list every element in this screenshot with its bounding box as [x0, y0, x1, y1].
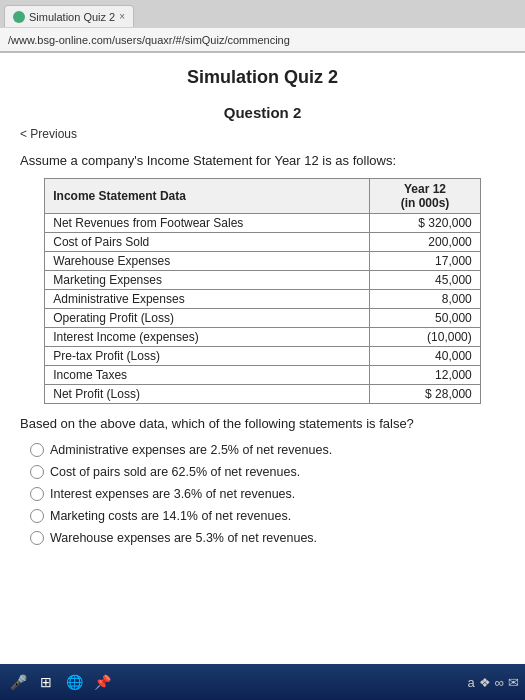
radio-button[interactable] [30, 531, 44, 545]
prev-link[interactable]: < Previous [20, 127, 505, 141]
row-value: 17,000 [370, 252, 480, 271]
answer-option[interactable]: Warehouse expenses are 5.3% of net reven… [30, 531, 505, 545]
row-value: 200,000 [370, 233, 480, 252]
row-label: Warehouse Expenses [45, 252, 370, 271]
table-row: Net Revenues from Footwear Sales$ 320,00… [45, 214, 481, 233]
answer-option[interactable]: Cost of pairs sold are 62.5% of net reve… [30, 465, 505, 479]
row-label: Operating Profit (Loss) [45, 309, 370, 328]
taskbar-start-icon[interactable]: ⊞ [34, 670, 58, 694]
radio-button[interactable] [30, 443, 44, 457]
col-header-label: Income Statement Data [45, 179, 370, 214]
tab-favicon [13, 11, 25, 23]
row-label: Cost of Pairs Sold [45, 233, 370, 252]
tab-bar: Simulation Quiz 2 × [0, 0, 525, 28]
option-label: Warehouse expenses are 5.3% of net reven… [50, 531, 317, 545]
table-row: Net Profit (Loss)$ 28,000 [45, 385, 481, 404]
question-text: Assume a company's Income Statement for … [20, 153, 505, 168]
answer-option[interactable]: Administrative expenses are 2.5% of net … [30, 443, 505, 457]
radio-button[interactable] [30, 509, 44, 523]
row-value: 8,000 [370, 290, 480, 309]
row-value: 45,000 [370, 271, 480, 290]
tray-mail-icon: ✉ [508, 675, 519, 690]
row-label: Pre-tax Profit (Loss) [45, 347, 370, 366]
income-statement-table: Income Statement Data Year 12(in 000s) N… [44, 178, 481, 404]
table-row: Cost of Pairs Sold200,000 [45, 233, 481, 252]
taskbar: 🎤 ⊞ 🌐 📌 a ❖ ∞ ✉ [0, 664, 525, 700]
taskbar-pin-icon[interactable]: 📌 [90, 670, 114, 694]
col-header-value: Year 12(in 000s) [370, 179, 480, 214]
row-value: $ 28,000 [370, 385, 480, 404]
row-label: Administrative Expenses [45, 290, 370, 309]
tray-a-icon: a [467, 675, 474, 690]
answer-options: Administrative expenses are 2.5% of net … [30, 443, 505, 545]
address-bar[interactable]: /www.bsg-online.com/users/quaxr/#/simQui… [0, 28, 525, 52]
below-table-text: Based on the above data, which of the fo… [20, 416, 505, 431]
table-row: Income Taxes12,000 [45, 366, 481, 385]
taskbar-browser-icon[interactable]: 🌐 [62, 670, 86, 694]
tray-infinity-icon: ∞ [495, 675, 504, 690]
row-value: 40,000 [370, 347, 480, 366]
table-row: Warehouse Expenses17,000 [45, 252, 481, 271]
question-number: Question 2 [20, 104, 505, 121]
row-value: 12,000 [370, 366, 480, 385]
tab-label: Simulation Quiz 2 [29, 11, 115, 23]
table-row: Operating Profit (Loss)50,000 [45, 309, 481, 328]
system-tray: a ❖ ∞ ✉ [467, 675, 519, 690]
page-content: Simulation Quiz 2 Question 2 < Previous … [0, 53, 525, 665]
option-label: Administrative expenses are 2.5% of net … [50, 443, 332, 457]
row-value: (10,000) [370, 328, 480, 347]
table-row: Pre-tax Profit (Loss)40,000 [45, 347, 481, 366]
answer-option[interactable]: Marketing costs are 14.1% of net revenue… [30, 509, 505, 523]
row-value: $ 320,000 [370, 214, 480, 233]
row-value: 50,000 [370, 309, 480, 328]
option-label: Interest expenses are 3.6% of net revenu… [50, 487, 295, 501]
url-text: /www.bsg-online.com/users/quaxr/#/simQui… [8, 34, 290, 46]
page-title: Simulation Quiz 2 [20, 67, 505, 88]
row-label: Interest Income (expenses) [45, 328, 370, 347]
answer-option[interactable]: Interest expenses are 3.6% of net revenu… [30, 487, 505, 501]
option-label: Cost of pairs sold are 62.5% of net reve… [50, 465, 300, 479]
browser-chrome: Simulation Quiz 2 × /www.bsg-online.com/… [0, 0, 525, 53]
row-label: Marketing Expenses [45, 271, 370, 290]
tray-diamond-icon: ❖ [479, 675, 491, 690]
table-row: Administrative Expenses8,000 [45, 290, 481, 309]
table-row: Interest Income (expenses)(10,000) [45, 328, 481, 347]
table-row: Marketing Expenses45,000 [45, 271, 481, 290]
row-label: Net Revenues from Footwear Sales [45, 214, 370, 233]
active-tab[interactable]: Simulation Quiz 2 × [4, 5, 134, 27]
taskbar-mic-icon[interactable]: 🎤 [6, 670, 30, 694]
row-label: Income Taxes [45, 366, 370, 385]
radio-button[interactable] [30, 487, 44, 501]
radio-button[interactable] [30, 465, 44, 479]
row-label: Net Profit (Loss) [45, 385, 370, 404]
tab-close-button[interactable]: × [119, 11, 125, 22]
option-label: Marketing costs are 14.1% of net revenue… [50, 509, 291, 523]
